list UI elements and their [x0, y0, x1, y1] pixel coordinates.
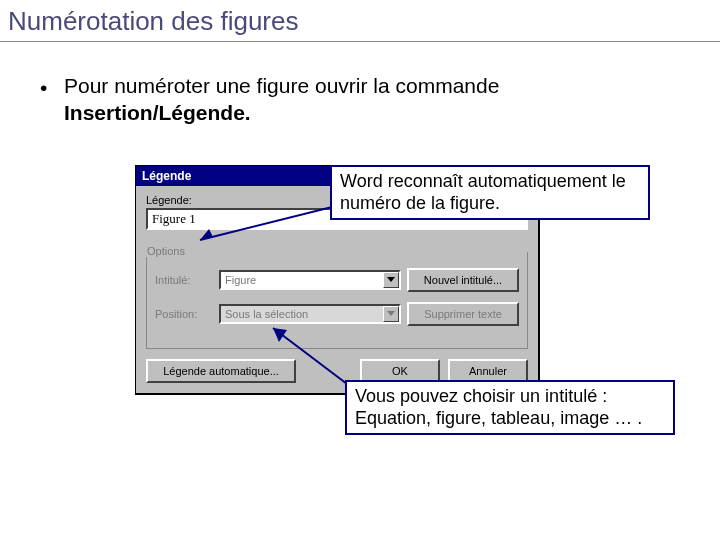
label-intitule: Intitulé: — [155, 274, 213, 286]
svg-marker-1 — [387, 311, 395, 316]
bullet-text: Pour numéroter une figure ouvrir la comm… — [64, 72, 650, 127]
annotation-box-2: Vous pouvez choisir un intitulé : Equati… — [345, 380, 675, 435]
bullet-block: • Pour numéroter une figure ouvrir la co… — [40, 72, 650, 127]
intitule-combo-value: Figure — [221, 274, 383, 286]
bullet-prefix: Pour numéroter une figure ouvrir la comm… — [64, 74, 499, 97]
intitule-combo[interactable]: Figure — [219, 270, 401, 290]
page-title: Numérotation des figures — [0, 0, 720, 41]
label-position: Position: — [155, 308, 213, 320]
chevron-down-icon — [387, 311, 395, 317]
title-underline — [0, 41, 720, 42]
options-group: Options Intitulé: Figure Nouvel intitulé… — [146, 252, 528, 349]
row-intitule: Intitulé: Figure Nouvel intitulé... — [155, 268, 519, 292]
annotation-box-1: Word reconnaît automatiquement le numéro… — [330, 165, 650, 220]
bullet-bold: Insertion/Légende. — [64, 101, 251, 124]
options-group-label: Options — [145, 245, 189, 257]
svg-marker-0 — [387, 277, 395, 282]
nouvel-intitule-button[interactable]: Nouvel intitulé... — [407, 268, 519, 292]
chevron-down-icon — [387, 277, 395, 283]
legende-auto-button[interactable]: Légende automatique... — [146, 359, 296, 383]
bullet-item: • Pour numéroter une figure ouvrir la co… — [40, 72, 650, 127]
bullet-dot-icon: • — [40, 72, 64, 101]
position-combo-button[interactable] — [383, 306, 399, 322]
row-position: Position: Sous la sélection Supprimer te… — [155, 302, 519, 326]
position-combo[interactable]: Sous la sélection — [219, 304, 401, 324]
supprimer-texte-button[interactable]: Supprimer texte — [407, 302, 519, 326]
intitule-combo-button[interactable] — [383, 272, 399, 288]
position-combo-value: Sous la sélection — [221, 308, 383, 320]
